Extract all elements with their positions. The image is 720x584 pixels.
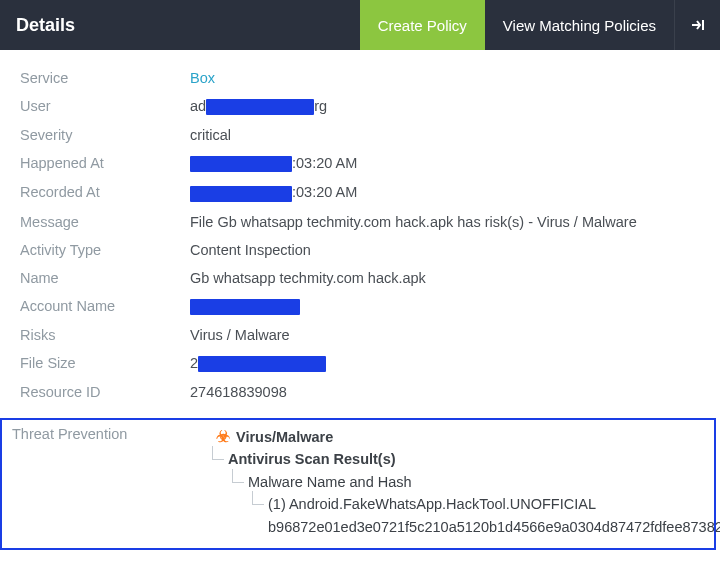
value-filesize: 2 (190, 355, 714, 372)
redacted-filesize (198, 356, 326, 372)
label-threat: Threat Prevention (12, 426, 216, 442)
value-happened: :03:20 AM (190, 155, 714, 172)
row-service: Service Box (20, 64, 714, 92)
label-name: Name (20, 270, 190, 286)
value-account (190, 298, 714, 315)
label-activity: Activity Type (20, 242, 190, 258)
threat-l2: Antivirus Scan Result(s) (228, 448, 720, 470)
biohazard-icon: ☣ (216, 429, 230, 445)
label-service: Service (20, 70, 190, 86)
threat-l4-text: (1) Android.FakeWhatsApp.HackTool.UNOFFI… (268, 496, 720, 534)
value-name: Gb whatsapp techmity.com hack.apk (190, 270, 714, 286)
value-user: adrg (190, 98, 714, 115)
redacted-happened (190, 156, 292, 172)
row-user: User adrg (20, 92, 714, 121)
label-user: User (20, 98, 190, 114)
create-policy-button[interactable]: Create Policy (360, 0, 485, 50)
page-title: Details (0, 0, 91, 50)
threat-l1: ☣ Virus/Malware (216, 426, 720, 448)
row-recorded: Recorded At :03:20 AM (20, 178, 714, 207)
value-activity: Content Inspection (190, 242, 714, 258)
recorded-suffix: :03:20 AM (292, 184, 357, 200)
label-account: Account Name (20, 298, 190, 314)
redacted-recorded (190, 186, 292, 202)
view-matching-policies-button[interactable]: View Matching Policies (485, 0, 674, 50)
value-service[interactable]: Box (190, 70, 215, 86)
collapse-panel-button[interactable] (674, 0, 720, 50)
value-resource: 274618839098 (190, 384, 714, 400)
row-filesize: File Size 2 (20, 349, 714, 378)
filesize-prefix: 2 (190, 355, 198, 371)
row-resource: Resource ID 274618839098 (20, 378, 714, 406)
value-risks: Virus / Malware (190, 327, 714, 343)
threat-prevention-box: Threat Prevention ☣ Virus/Malware Antivi… (0, 418, 716, 550)
threat-l1-text: Virus/Malware (236, 426, 333, 448)
label-severity: Severity (20, 127, 190, 143)
row-activity: Activity Type Content Inspection (20, 236, 714, 264)
value-severity: critical (190, 127, 714, 143)
row-happened: Happened At :03:20 AM (20, 149, 714, 178)
row-risks: Risks Virus / Malware (20, 321, 714, 349)
label-risks: Risks (20, 327, 190, 343)
header-spacer (91, 0, 360, 50)
row-name: Name Gb whatsapp techmity.com hack.apk (20, 264, 714, 292)
redacted-account (190, 299, 300, 315)
threat-l3: Malware Name and Hash (248, 471, 720, 493)
threat-l4: (1) Android.FakeWhatsApp.HackTool.UNOFFI… (268, 493, 720, 538)
label-recorded: Recorded At (20, 184, 190, 200)
value-message: File Gb whatsapp techmity.com hack.apk h… (190, 214, 714, 230)
user-suffix: rg (314, 98, 327, 114)
collapse-icon (689, 16, 707, 34)
label-resource: Resource ID (20, 384, 190, 400)
redacted-user (206, 99, 314, 115)
label-filesize: File Size (20, 355, 190, 371)
label-happened: Happened At (20, 155, 190, 171)
user-prefix: ad (190, 98, 206, 114)
details-header: Details Create Policy View Matching Poli… (0, 0, 720, 50)
threat-l3-text: Malware Name and Hash (248, 474, 412, 490)
label-message: Message (20, 214, 190, 230)
row-account: Account Name (20, 292, 714, 321)
row-severity: Severity critical (20, 121, 714, 149)
row-message: Message File Gb whatsapp techmity.com ha… (20, 208, 714, 236)
value-recorded: :03:20 AM (190, 184, 714, 201)
threat-tree: ☣ Virus/Malware Antivirus Scan Result(s)… (216, 426, 720, 538)
threat-l2-text: Antivirus Scan Result(s) (228, 451, 396, 467)
details-body: Service Box User adrg Severity critical … (0, 50, 720, 416)
happened-suffix: :03:20 AM (292, 155, 357, 171)
